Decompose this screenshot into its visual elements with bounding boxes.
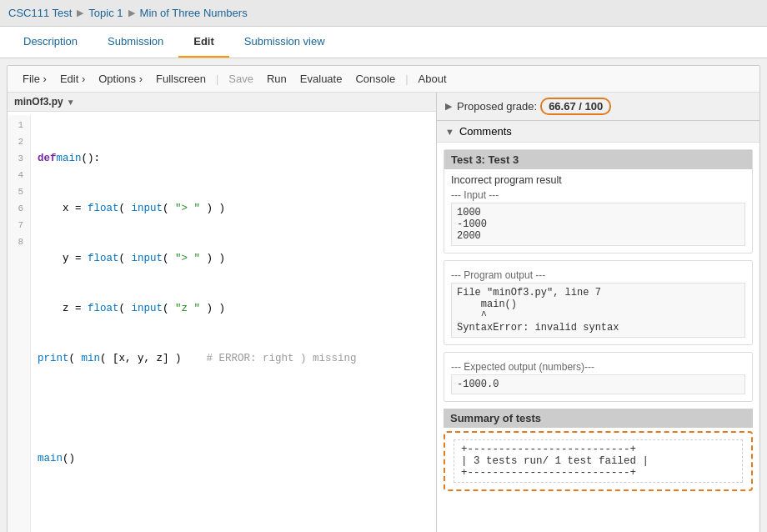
toolbar-fullscreen[interactable]: Fullscreen [149, 70, 213, 88]
tab-description[interactable]: Description [8, 27, 93, 58]
expected-block: --- Expected output (numbers)--- -1000.0 [444, 352, 753, 402]
summary-header: Summary of tests [444, 409, 753, 428]
toolbar-console[interactable]: Console [348, 70, 402, 88]
code-line-8 [38, 500, 436, 517]
right-panel: ▶ Proposed grade: 66.67 / 100 ▼ Comments… [437, 93, 759, 532]
summary-line-bottom: +--------------------------+ [461, 467, 735, 479]
breadcrumb-topic[interactable]: Topic 1 [88, 7, 123, 19]
code-line-3: y = float( input( "> " ) ) [38, 250, 436, 267]
test-input-value: 1000 -1000 2000 [451, 203, 745, 246]
main-area: File › Edit › Options › Fullscreen | Sav… [7, 65, 760, 532]
code-line-1: def main(): [38, 150, 436, 167]
comments-section: ▼ Comments Test 3: Test 3 Incorrect prog… [437, 121, 759, 532]
toolbar-options[interactable]: Options › [92, 70, 149, 88]
test-status: Incorrect program result [451, 174, 745, 186]
tab-submission-view[interactable]: Submission view [229, 27, 340, 58]
grade-arrow: ▶ [445, 101, 452, 112]
expected-value: -1000.0 [451, 374, 745, 394]
tabs-bar: Description Submission Edit Submission v… [0, 27, 767, 58]
code-content[interactable]: 1 2 3 4 5 6 7 8 def main(): x = float( i… [8, 112, 436, 532]
breadcrumb-csc111[interactable]: CSC111 Test [8, 7, 72, 19]
summary-content: +--------------------------+ | 3 tests r… [444, 431, 753, 491]
grade-bar: ▶ Proposed grade: 66.67 / 100 [437, 93, 759, 121]
expected-body: --- Expected output (numbers)--- -1000.0 [444, 353, 752, 401]
toolbar-file[interactable]: File › [16, 70, 53, 88]
output-block: --- Program output --- File "minOf3.py",… [444, 260, 753, 345]
comments-arrow: ▼ [445, 127, 454, 137]
code-line-6 [38, 400, 436, 417]
test-header: Test 3: Test 3 [444, 150, 752, 169]
toolbar-edit[interactable]: Edit › [53, 70, 92, 88]
editor-filename-dropdown[interactable]: ▼ [67, 98, 75, 107]
code-line-7: main() [38, 450, 436, 467]
code-line-4: z = float( input( "z " ) ) [38, 300, 436, 317]
comments-header: ▼ Comments [437, 121, 759, 143]
toolbar-run[interactable]: Run [260, 70, 293, 88]
toolbar-sep-2: | [405, 73, 408, 85]
comments-title: Comments [459, 125, 512, 138]
breadcrumb-sep-2: ▶ [128, 8, 135, 18]
toolbar-save[interactable]: Save [222, 70, 260, 88]
editor-header: minOf3.py ▼ [8, 93, 436, 112]
output-value: File "minOf3.py", line 7 main() ^ Syntax… [451, 283, 745, 338]
test-block: Test 3: Test 3 Incorrect program result … [444, 149, 753, 253]
code-line-2: x = float( input( "> " ) ) [38, 200, 436, 217]
toolbar-evaluate[interactable]: Evaluate [293, 70, 349, 88]
breadcrumb-sep-1: ▶ [77, 8, 83, 18]
code-lines[interactable]: def main(): x = float( input( "> " ) ) y… [31, 115, 436, 532]
grade-value: 66.67 / 100 [540, 98, 611, 115]
tab-edit[interactable]: Edit [178, 27, 229, 58]
tab-submission[interactable]: Submission [93, 27, 178, 58]
expected-label: --- Expected output (numbers)--- [451, 361, 745, 373]
line-numbers: 1 2 3 4 5 6 7 8 [8, 115, 31, 532]
toolbar: File › Edit › Options › Fullscreen | Sav… [8, 66, 759, 93]
breadcrumb-problem[interactable]: Min of Three Numbers [140, 7, 248, 19]
summary-inner: +--------------------------+ | 3 tests r… [454, 439, 743, 483]
grade-label: Proposed grade: [457, 100, 537, 113]
code-editor: minOf3.py ▼ 1 2 3 4 5 6 7 8 def main(): … [8, 93, 437, 532]
editor-comments-area: minOf3.py ▼ 1 2 3 4 5 6 7 8 def main(): … [8, 93, 759, 532]
toolbar-about[interactable]: About [412, 70, 454, 88]
breadcrumb: CSC111 Test ▶ Topic 1 ▶ Min of Three Num… [0, 0, 767, 27]
summary-block: Summary of tests +----------------------… [444, 409, 753, 491]
output-label: --- Program output --- [451, 269, 745, 281]
summary-line-top: +--------------------------+ [461, 444, 735, 455]
code-line-5: print( min( [x, y, z] ) # ERROR: right )… [38, 350, 436, 367]
editor-filename: minOf3.py [14, 96, 63, 108]
test-input-label: --- Input --- [451, 189, 745, 201]
test-body: Incorrect program result --- Input --- 1… [444, 169, 752, 253]
toolbar-sep-1: | [216, 73, 218, 85]
output-body: --- Program output --- File "minOf3.py",… [444, 261, 752, 344]
summary-line-main: | 3 tests run/ 1 test failed | [461, 455, 735, 467]
